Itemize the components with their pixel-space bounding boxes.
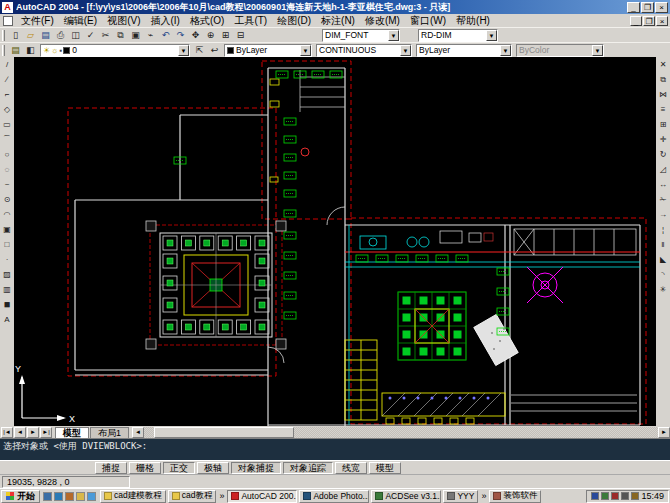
layers-icon[interactable]: ▤ — [8, 44, 23, 57]
toolbar-grip[interactable] — [2, 45, 5, 56]
dim-text-style-combo[interactable]: DIM_FONT ▼ — [322, 29, 400, 42]
dropdown-arrow-icon[interactable]: ▼ — [500, 45, 511, 56]
undo-icon[interactable]: ↶ — [158, 29, 173, 42]
status-toggle-osnap[interactable]: 对象捕捉 — [231, 462, 281, 474]
menu-help[interactable]: 帮助(H) — [451, 15, 495, 26]
ellipse-arc-icon[interactable]: ◠ — [1, 209, 14, 222]
match-properties-icon[interactable]: ⌁ — [143, 29, 158, 42]
mdi-close-button[interactable]: × — [656, 16, 668, 26]
network-icon[interactable] — [621, 492, 629, 500]
mdi-minimize-button[interactable]: _ — [630, 16, 642, 26]
rectangle-icon[interactable]: ▭ — [1, 119, 14, 132]
drawing-area[interactable]: Y X — [14, 57, 656, 426]
scale-icon[interactable]: ◿ — [657, 164, 670, 177]
menu-file[interactable]: 文件(F) — [16, 15, 59, 26]
task-button-5[interactable]: YYY — [443, 490, 478, 503]
menu-modify[interactable]: 修改(M) — [360, 15, 405, 26]
print-icon[interactable]: ⎙ — [53, 29, 68, 42]
scheduler-icon[interactable] — [631, 492, 639, 500]
array-icon[interactable]: ⊞ — [657, 119, 670, 132]
copy-object-icon[interactable]: ⧉ — [657, 74, 670, 87]
gradient-icon[interactable]: ▥ — [1, 284, 14, 297]
break-at-point-icon[interactable]: ¦ — [657, 224, 670, 237]
dropdown-arrow-icon[interactable]: ▼ — [178, 45, 189, 56]
task-button-2[interactable]: AutoCAD 200... — [227, 490, 297, 503]
new-file-icon[interactable]: ▯ — [8, 29, 23, 42]
paste-icon[interactable]: ▣ — [128, 29, 143, 42]
tab-layout1[interactable]: 布局1 — [90, 427, 129, 438]
tab-nav-1-icon[interactable]: ◄ — [14, 427, 26, 438]
move-icon[interactable]: ✛ — [657, 134, 670, 147]
task-button-3[interactable]: Adobe Photo... — [299, 490, 369, 503]
zoom-previous-icon[interactable]: ⊟ — [233, 29, 248, 42]
task-button-4[interactable]: ACDSee v3.1... — [371, 490, 441, 503]
horizontal-scrollbar[interactable]: ◄ ► — [132, 427, 670, 438]
tab-model[interactable]: 模型 — [55, 427, 89, 438]
scrollbar-thumb[interactable] — [154, 427, 294, 438]
region-icon[interactable]: ◼ — [1, 299, 14, 312]
restore-button[interactable]: ❐ — [641, 2, 654, 13]
explode-icon[interactable]: ✳ — [657, 284, 670, 297]
show-desktop-icon[interactable] — [43, 492, 52, 501]
spline-icon[interactable]: ~ — [1, 179, 14, 192]
zoom-realtime-icon[interactable]: ⊕ — [203, 29, 218, 42]
color-control-combo[interactable]: ByLayer ▼ — [224, 44, 312, 57]
copy-icon[interactable]: ⧉ — [113, 29, 128, 42]
hatch-icon[interactable]: ▨ — [1, 269, 14, 282]
offset-icon[interactable]: ≡ — [657, 104, 670, 117]
break-icon[interactable]: ‖ — [657, 239, 670, 252]
make-objects-layer-icon[interactable]: ⇱ — [192, 44, 207, 57]
zoom-window-icon[interactable]: ⊞ — [218, 29, 233, 42]
command-window[interactable]: 选择对象或 <使用 DVIEWBLOCK>: — [0, 438, 670, 460]
task-button-1[interactable]: cad教程 — [168, 490, 217, 503]
media-player-icon[interactable] — [65, 492, 74, 501]
menu-dimension[interactable]: 标注(N) — [316, 15, 360, 26]
input-method-icon[interactable] — [591, 492, 599, 500]
extend-icon[interactable]: → — [657, 209, 670, 222]
save-icon[interactable]: ▤ — [38, 29, 53, 42]
stretch-icon[interactable]: ↔ — [657, 179, 670, 192]
menu-view[interactable]: 视图(V) — [102, 15, 145, 26]
taskbar-chevron-icon[interactable]: » — [218, 491, 225, 501]
minimize-button[interactable]: _ — [627, 2, 640, 13]
print-preview-icon[interactable]: ◫ — [68, 29, 83, 42]
dropdown-arrow-icon[interactable]: ▼ — [388, 30, 399, 41]
mirror-icon[interactable]: ⋈ — [657, 89, 670, 102]
scroll-left-icon[interactable]: ◄ — [132, 427, 144, 438]
tab-nav-3-icon[interactable]: ►| — [40, 427, 52, 438]
qq-icon[interactable] — [87, 492, 96, 501]
point-icon[interactable]: · — [1, 254, 14, 267]
linetype-control-combo[interactable]: CONTINUOUS ▼ — [316, 44, 412, 57]
lineweight-control-combo[interactable]: ByLayer ▼ — [416, 44, 512, 57]
trim-icon[interactable]: ✁ — [657, 194, 670, 207]
taskbar-chevron-icon[interactable]: » — [480, 491, 487, 501]
menu-window[interactable]: 窗口(W) — [405, 15, 451, 26]
task-button-0[interactable]: cad建模教程 — [100, 490, 166, 503]
dropdown-arrow-icon[interactable]: ▼ — [400, 45, 411, 56]
layer-combo[interactable]: ☀☼▪ 0 ▼ — [40, 44, 190, 57]
revision-cloud-icon[interactable]: ◌ — [1, 164, 14, 177]
start-button[interactable]: 开始 — [1, 490, 40, 503]
mdi-restore-button[interactable]: ❐ — [643, 16, 655, 26]
open-icon[interactable]: ▱ — [23, 29, 38, 42]
line-icon[interactable]: / — [1, 59, 14, 72]
status-toggle-ortho[interactable]: 正交 — [163, 462, 195, 474]
status-toggle-polar[interactable]: 极轴 — [197, 462, 229, 474]
make-block-icon[interactable]: □ — [1, 239, 14, 252]
chamfer-icon[interactable]: ◣ — [657, 254, 670, 267]
erase-icon[interactable]: ✕ — [657, 59, 670, 72]
dropdown-arrow-icon[interactable]: ▼ — [486, 30, 497, 41]
polyline-icon[interactable]: ⌐ — [1, 89, 14, 102]
arc-icon[interactable]: ⌒ — [1, 134, 14, 147]
task-button-6[interactable]: 装饰软件 — [489, 490, 541, 503]
status-toggle-model[interactable]: 模型 — [369, 462, 401, 474]
ellipse-icon[interactable]: ⊙ — [1, 194, 14, 207]
menu-format[interactable]: 格式(O) — [185, 15, 229, 26]
layer-states-icon[interactable]: ◧ — [23, 44, 38, 57]
toolbar-grip[interactable] — [2, 30, 5, 41]
polygon-icon[interactable]: ◇ — [1, 104, 14, 117]
redo-icon[interactable]: ↷ — [173, 29, 188, 42]
layer-previous-icon[interactable]: ↩ — [207, 44, 222, 57]
circle-icon[interactable]: ○ — [1, 149, 14, 162]
rotate-icon[interactable]: ↻ — [657, 149, 670, 162]
